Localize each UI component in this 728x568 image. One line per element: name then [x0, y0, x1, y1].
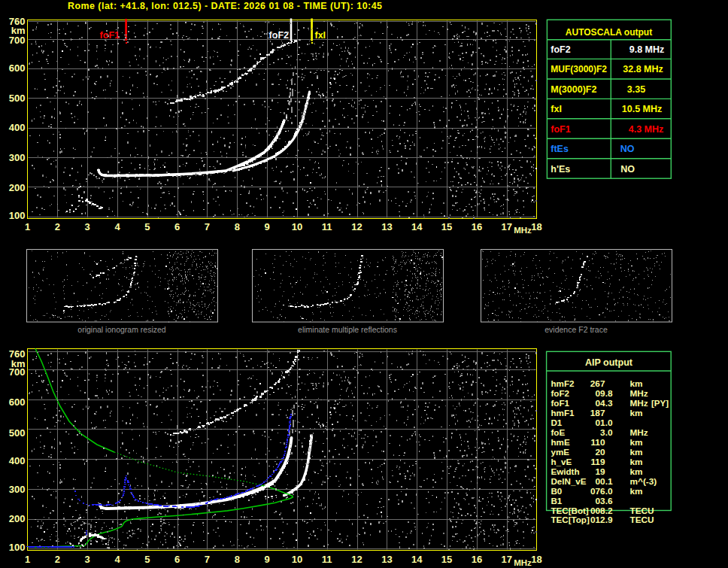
svg-text:6: 6 — [174, 221, 180, 232]
svg-text:700: 700 — [9, 366, 26, 378]
svg-text:5: 5 — [144, 221, 150, 232]
svg-text:8: 8 — [235, 554, 240, 565]
svg-text:3.0: 3.0 — [600, 427, 613, 438]
svg-text:hmF1: hmF1 — [551, 408, 575, 418]
svg-text:500: 500 — [9, 93, 26, 104]
svg-text:10: 10 — [292, 554, 302, 565]
svg-text:15: 15 — [441, 221, 452, 232]
svg-text:foF2: foF2 — [551, 44, 570, 55]
svg-text:TECU: TECU — [630, 515, 654, 525]
svg-text:MHz: MHz — [630, 398, 648, 409]
svg-text:076.0: 076.0 — [590, 486, 613, 497]
svg-text:MHz: MHz — [514, 226, 532, 235]
svg-text:20: 20 — [595, 447, 605, 457]
svg-text:foF1: foF1 — [551, 398, 570, 408]
svg-text:ftEs: ftEs — [551, 144, 569, 154]
svg-text:foE: foE — [551, 427, 566, 437]
svg-text:M(3000)F2: M(3000)F2 — [551, 84, 596, 95]
svg-text:400: 400 — [9, 122, 26, 133]
svg-text:NO: NO — [620, 144, 635, 154]
svg-text:10: 10 — [292, 221, 302, 232]
svg-text:300: 300 — [9, 152, 26, 163]
svg-text:9: 9 — [264, 554, 269, 565]
svg-text:fxI: fxI — [315, 30, 326, 41]
svg-text:km: km — [630, 466, 643, 477]
svg-text:m^(-3): m^(-3) — [630, 476, 657, 487]
svg-text:12: 12 — [351, 221, 362, 232]
svg-text:4: 4 — [114, 554, 120, 565]
svg-text:11: 11 — [322, 554, 332, 565]
svg-text:19: 19 — [595, 466, 605, 477]
svg-text:8: 8 — [235, 221, 240, 232]
svg-text:17: 17 — [501, 221, 511, 232]
svg-text:100: 100 — [9, 542, 26, 553]
svg-text:32.8 MHz: 32.8 MHz — [623, 64, 663, 74]
svg-text:km: km — [630, 486, 643, 497]
svg-text:9: 9 — [264, 221, 269, 232]
svg-text:h'Es: h'Es — [551, 164, 570, 175]
svg-text:200: 200 — [9, 513, 26, 524]
svg-text:km: km — [630, 408, 643, 418]
svg-text:12: 12 — [351, 554, 362, 565]
svg-text:3.35: 3.35 — [627, 84, 645, 95]
svg-text:4.3 MHz: 4.3 MHz — [629, 124, 664, 135]
svg-text:MHz: MHz — [630, 427, 648, 438]
svg-text:MHz: MHz — [630, 388, 648, 399]
svg-text:012.9: 012.9 — [590, 515, 613, 525]
svg-text:500: 500 — [9, 427, 26, 439]
svg-text:7: 7 — [205, 221, 210, 232]
svg-text:ymE: ymE — [551, 447, 570, 457]
svg-text:600: 600 — [9, 62, 26, 74]
svg-text:hmE: hmE — [551, 437, 570, 447]
svg-text:km: km — [630, 457, 643, 467]
svg-text:09.8: 09.8 — [596, 388, 613, 399]
svg-text:TEC[Bot]: TEC[Bot] — [551, 506, 589, 515]
svg-text:110: 110 — [590, 437, 605, 448]
svg-text:[PY]: [PY] — [651, 399, 669, 408]
svg-text:3: 3 — [84, 221, 89, 232]
svg-text:7: 7 — [205, 554, 210, 565]
svg-text:eliminate multiple reflections: eliminate multiple reflections — [298, 325, 397, 334]
svg-text:NO: NO — [620, 164, 635, 175]
svg-text:03.6: 03.6 — [596, 496, 613, 506]
svg-text:4: 4 — [114, 221, 120, 232]
svg-text:187: 187 — [590, 408, 605, 418]
svg-text:04.3: 04.3 — [596, 398, 613, 409]
svg-text:16: 16 — [472, 554, 482, 565]
svg-text:16: 16 — [472, 221, 482, 232]
svg-text:11: 11 — [322, 221, 332, 232]
svg-text:km: km — [630, 447, 643, 457]
svg-text:119: 119 — [590, 457, 605, 467]
svg-text:14: 14 — [411, 554, 423, 565]
svg-text:13: 13 — [381, 554, 392, 565]
svg-text:Ewidth: Ewidth — [551, 466, 580, 476]
svg-text:foF2: foF2 — [551, 388, 569, 398]
svg-text:18: 18 — [531, 554, 541, 565]
svg-text:B0: B0 — [551, 486, 563, 496]
svg-text:700: 700 — [9, 35, 26, 46]
svg-text:AIP output: AIP output — [585, 357, 633, 368]
svg-text:h_vE: h_vE — [551, 457, 572, 466]
svg-text:100: 100 — [9, 210, 26, 221]
svg-text:9.8 MHz: 9.8 MHz — [629, 44, 665, 55]
svg-text:km: km — [630, 378, 643, 389]
svg-text:B1: B1 — [551, 496, 563, 506]
svg-text:5: 5 — [144, 554, 150, 565]
svg-text:MUF(3000)F2: MUF(3000)F2 — [551, 64, 607, 74]
svg-text:km: km — [630, 437, 643, 448]
svg-text:200: 200 — [9, 182, 26, 193]
svg-text:original ionogram resized: original ionogram resized — [77, 325, 165, 334]
svg-text:MHz: MHz — [514, 558, 532, 567]
svg-text:D1: D1 — [551, 418, 563, 427]
svg-text:15: 15 — [441, 554, 452, 565]
svg-text:3: 3 — [84, 554, 89, 565]
svg-text:10.5 MHz: 10.5 MHz — [622, 104, 663, 114]
svg-text:foF1: foF1 — [551, 124, 570, 135]
svg-text:01.0: 01.0 — [596, 418, 613, 428]
svg-text:13: 13 — [381, 221, 392, 232]
svg-text:14: 14 — [411, 221, 423, 232]
svg-text:foF1: foF1 — [100, 30, 120, 41]
svg-text:18: 18 — [531, 221, 541, 232]
svg-text:2: 2 — [55, 554, 60, 565]
svg-text:1: 1 — [25, 221, 30, 232]
